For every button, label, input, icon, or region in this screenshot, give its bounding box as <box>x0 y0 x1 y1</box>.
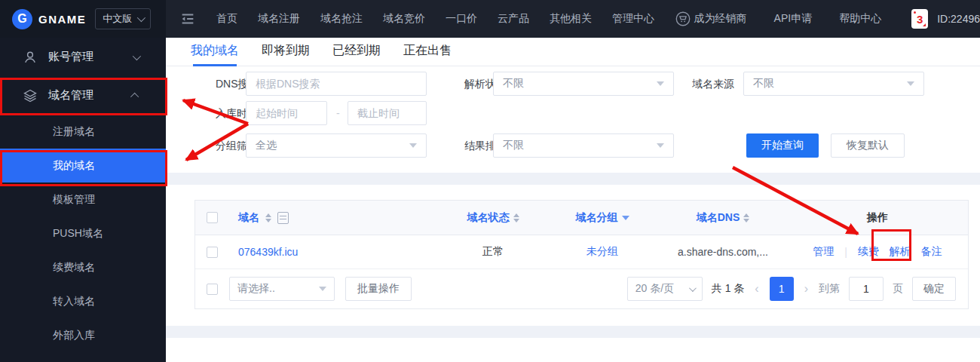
topbar-right: 成为经销商 API申请 帮助中心 3 ID:22496 <box>694 9 980 29</box>
page-unit-label: 页 <box>893 282 903 296</box>
sidebar-collapse-icon[interactable] <box>179 11 196 27</box>
header-domain-group[interactable]: 域名分组 <box>576 211 618 225</box>
domain-table: 域名 域名状态 域名分组 域名DNS 操作 <box>194 200 969 309</box>
chevron-down-icon <box>907 81 914 86</box>
sort-icon[interactable] <box>743 213 749 222</box>
sidebar: 账号管理 域名管理 注册域名 我的域名 模板管理 PUSH域名 续费域名 转入域… <box>0 38 166 362</box>
sidebar-item-register-domain[interactable]: 注册域名 <box>0 115 166 149</box>
user-id[interactable]: ID:22496 <box>937 13 980 25</box>
tab-expiring-soon[interactable]: 即将到期 <box>262 38 310 66</box>
page-size-value: 20 条/页 <box>635 282 674 296</box>
nav-item-api[interactable]: API申请 <box>774 12 813 26</box>
tab-bar: 我的域名 即将到期 已经到期 正在出售 <box>166 38 980 66</box>
batch-action-button[interactable]: 批量操作 <box>345 277 412 301</box>
end-time-field <box>348 101 427 125</box>
time-range-separator: - <box>336 101 340 125</box>
goto-page-input[interactable] <box>849 277 884 301</box>
domain-source-label: 域名来源 <box>692 72 734 96</box>
header-domain-status[interactable]: 域名状态 <box>467 211 510 225</box>
sidebar-group-label: 账号管理 <box>48 50 93 64</box>
header-domain-dns[interactable]: 域名DNS <box>697 211 740 225</box>
prev-page-button[interactable]: ‹ <box>753 282 760 296</box>
domain-group-value[interactable]: 未分组 <box>586 245 618 259</box>
nav-item-reseller[interactable]: 成为经销商 <box>694 12 747 26</box>
tab-on-sale[interactable]: 正在出售 <box>403 38 452 66</box>
action-manage[interactable]: 管理 <box>813 245 834 259</box>
domain-link[interactable]: 076439kf.icu <box>238 246 298 258</box>
sort-icon[interactable] <box>265 213 271 222</box>
gname-logo-icon[interactable]: G <box>12 9 32 29</box>
nav-item-other[interactable]: 其他相关 <box>550 12 592 26</box>
sidebar-item-templates[interactable]: 模板管理 <box>0 183 166 216</box>
start-time-field <box>246 101 327 125</box>
sidebar-item-push-domains[interactable]: PUSH域名 <box>0 216 166 250</box>
domain-dns-value: a.share-dns.com,... <box>678 246 768 258</box>
topbar: G GNAME 中文版 首页 域名注册 域名抢注 域名竞价 一口价 云产品 其他… <box>0 0 980 38</box>
domain-status-value: 正常 <box>482 245 504 259</box>
header-domain[interactable]: 域名 <box>238 211 259 225</box>
confirm-button[interactable]: 确定 <box>912 277 956 301</box>
next-page-button[interactable]: › <box>803 282 810 296</box>
nav-item-help[interactable]: 帮助中心 <box>839 12 881 26</box>
main-content: 我的域名 即将到期 已经到期 正在出售 DNS搜索 解析状态 不限 域名来源 不… <box>166 38 980 362</box>
tab-my-domains[interactable]: 我的域名 <box>191 38 239 66</box>
batch-action-select[interactable]: 请选择.. <box>229 277 335 301</box>
pagination-row: 请选择.. 批量操作 20 条/页 共 1 条 ‹ 1 › 到第 页 <box>195 269 968 308</box>
group-filter-select[interactable]: 全选 <box>246 133 427 158</box>
domain-source-select[interactable]: 不限 <box>743 72 924 96</box>
sidebar-item-transfer-in[interactable]: 转入域名 <box>0 284 166 318</box>
header-actions: 操作 <box>867 211 888 225</box>
sidebar-group-domains[interactable]: 域名管理 <box>0 76 166 115</box>
filter-dropdown-icon[interactable] <box>622 216 629 220</box>
chevron-down-icon <box>319 287 326 291</box>
action-resolve[interactable]: 解析 <box>890 245 911 259</box>
action-renew[interactable]: 续费 <box>858 245 879 259</box>
language-selector[interactable]: 中文版 <box>95 8 151 29</box>
nav-item-auction[interactable]: 域名竞价 <box>383 12 425 26</box>
language-label: 中文版 <box>103 12 132 26</box>
nav-item-cloud[interactable]: 云产品 <box>498 12 529 26</box>
end-time-input[interactable] <box>348 102 426 124</box>
sidebar-item-renew-domains[interactable]: 续费域名 <box>0 250 166 284</box>
nav-item-home[interactable]: 首页 <box>216 12 237 26</box>
chevron-down-icon <box>657 81 664 86</box>
result-sort-select[interactable]: 不限 <box>493 133 674 158</box>
sort-icon[interactable] <box>513 213 519 222</box>
action-remark[interactable]: 备注 <box>921 245 942 259</box>
copy-list-icon[interactable] <box>277 212 289 224</box>
chevron-down-icon <box>689 284 697 292</box>
dns-search-field <box>246 72 427 96</box>
tab-expired[interactable]: 已经到期 <box>332 38 381 66</box>
sidebar-item-my-domains[interactable]: 我的域名 <box>0 149 166 183</box>
nav-item-register[interactable]: 域名注册 <box>258 12 300 26</box>
cart-icon[interactable] <box>675 11 691 27</box>
reset-button[interactable]: 恢复默认 <box>831 133 905 158</box>
sidebar-item-external-import[interactable]: 外部入库 <box>0 318 166 352</box>
resolve-status-select[interactable]: 不限 <box>493 72 674 96</box>
page-number-current[interactable]: 1 <box>770 277 794 301</box>
batch-checkbox[interactable] <box>207 284 218 295</box>
start-time-input[interactable] <box>247 102 326 124</box>
table-row: 076439kf.icu 正常 未分组 a.share-dns.com,... … <box>195 235 968 269</box>
table-panel: 域名 域名状态 域名分组 域名DNS 操作 <box>166 185 980 326</box>
chevron-down-icon <box>657 143 664 148</box>
dns-search-input[interactable] <box>247 72 426 95</box>
goto-label: 到第 <box>819 282 840 296</box>
select-all-checkbox[interactable] <box>207 212 218 223</box>
nav-item-backorder[interactable]: 域名抢注 <box>320 12 363 26</box>
search-button[interactable]: 开始查询 <box>746 133 819 158</box>
sidebar-group-account[interactable]: 账号管理 <box>0 38 166 76</box>
layers-icon <box>23 88 38 103</box>
brand-name[interactable]: GNAME <box>38 13 86 26</box>
page-size-select[interactable]: 20 条/页 <box>627 277 703 301</box>
sidebar-group-label: 域名管理 <box>48 88 93 103</box>
result-sort-value: 不限 <box>503 139 524 152</box>
divider: | <box>844 246 847 258</box>
batch-action-value: 请选择.. <box>237 282 275 296</box>
nav-item-buynow[interactable]: 一口价 <box>446 12 477 26</box>
group-filter-value: 全选 <box>256 139 277 152</box>
notification-badge[interactable]: 3 <box>911 9 928 29</box>
nav-item-console[interactable]: 管理中心 <box>612 12 654 26</box>
row-checkbox[interactable] <box>207 247 218 258</box>
pagination-controls: 20 条/页 共 1 条 ‹ 1 › 到第 页 确定 <box>627 277 956 301</box>
